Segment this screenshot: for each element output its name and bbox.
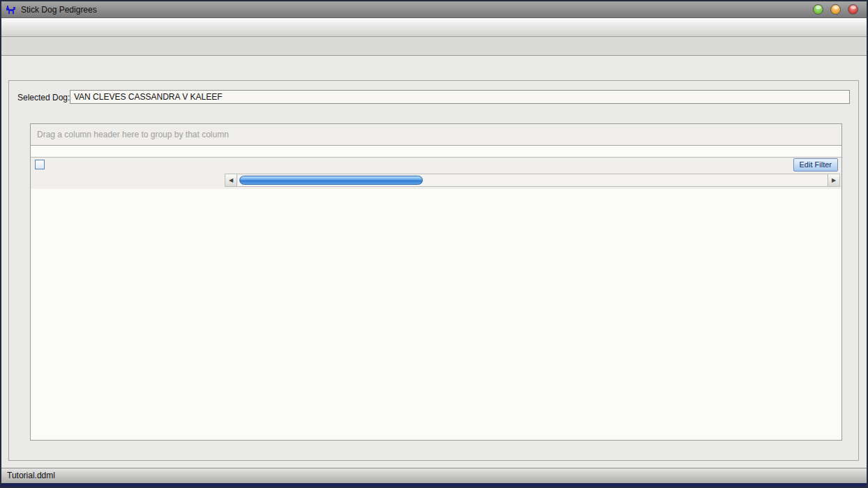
status-bar: Tutorial.ddml bbox=[1, 468, 867, 487]
document-tab-strip bbox=[1, 37, 867, 56]
title-bar: Stick Dog Pedigrees bbox=[1, 1, 867, 18]
scroll-left-icon[interactable]: ◀ bbox=[225, 174, 237, 186]
close-button[interactable] bbox=[848, 4, 858, 15]
footer-checkbox[interactable] bbox=[35, 160, 45, 169]
group-by-bar[interactable]: Drag a column header here to group by th… bbox=[31, 124, 841, 146]
edit-filter-button[interactable]: Edit Filter bbox=[793, 158, 838, 171]
dog-grid: Drag a column header here to group by th… bbox=[30, 123, 842, 441]
app-dog-icon bbox=[6, 4, 17, 15]
content-area: Selected Dog: VAN CLEVES CASSANDRA V KAL… bbox=[1, 56, 867, 468]
selected-dog-field[interactable]: VAN CLEVES CASSANDRA V KALEEF bbox=[70, 90, 850, 104]
horizontal-scrollbar[interactable]: ◀ ▶ bbox=[225, 174, 840, 187]
window-title: Stick Dog Pedigrees bbox=[21, 5, 97, 15]
window-controls bbox=[813, 4, 862, 15]
scrollbar-thumb[interactable] bbox=[239, 176, 423, 185]
grid-footer: Edit Filter bbox=[31, 157, 841, 172]
grid-filler bbox=[31, 146, 841, 157]
directory-panel: Selected Dog: VAN CLEVES CASSANDRA V KAL… bbox=[8, 80, 859, 461]
selected-dog-label: Selected Dog: bbox=[17, 93, 70, 102]
status-file-name: Tutorial.ddml bbox=[7, 471, 55, 480]
record-navigator: ◀ ▶ bbox=[31, 172, 841, 189]
maximize-button[interactable] bbox=[830, 4, 841, 15]
menu-bar bbox=[1, 18, 867, 37]
minimize-button[interactable] bbox=[813, 4, 823, 15]
scroll-right-icon[interactable]: ▶ bbox=[828, 174, 839, 186]
app-window: Stick Dog Pedigrees Selected Dog: VAN CL… bbox=[0, 0, 868, 488]
